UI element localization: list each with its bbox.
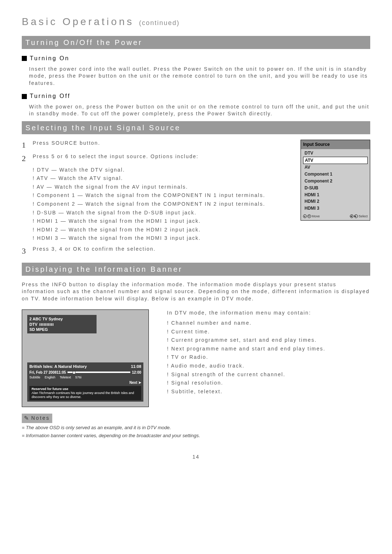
source-option-list: ! DTV — Watch the DTV signal. ! ATV — Wa… bbox=[33, 167, 286, 242]
note-2: = Information banner content varies, dep… bbox=[22, 432, 370, 439]
osd-desc: Reserved for future use Alan Titchmarsh … bbox=[29, 386, 141, 400]
input-source-osd: Input Source DTV ATV AV Component 1 Comp… bbox=[301, 140, 370, 221]
input-source-item: HDMI 1 bbox=[303, 192, 368, 198]
osd-desc2: Alan Titchmarsh continues his epic journ… bbox=[32, 391, 139, 399]
notes-heading: ✎ Notes bbox=[22, 414, 52, 423]
turning-off-label: Turning Off bbox=[30, 92, 70, 100]
osd-prog: British Isles: A Natural History bbox=[29, 364, 87, 369]
source-option: ! DTV — Watch the DTV signal. bbox=[33, 167, 286, 174]
info-bullet: ! Subtitle, teletext. bbox=[167, 388, 370, 395]
input-source-footer: ▲▼ Move ◀▶ Select bbox=[301, 213, 370, 220]
osd-eng: English bbox=[45, 376, 56, 380]
page-title: Basic Operations (continued) bbox=[22, 15, 370, 29]
osd-bottom: British Isles: A Natural History 11:08 F… bbox=[27, 362, 143, 401]
step-3: 3 Press 3, 4 or OK to confirm the select… bbox=[22, 246, 286, 257]
source-option: ! Component 1 — Watch the signal from th… bbox=[33, 192, 286, 199]
source-option: ! HDMI 1 — Watch the signal from the HDM… bbox=[33, 218, 286, 225]
move-label: Move bbox=[312, 214, 320, 219]
title-main: Basic Operations bbox=[22, 16, 134, 27]
input-source-item: D-SUB bbox=[303, 185, 368, 192]
source-option: ! D-SUB — Watch the signal from the D-SU… bbox=[33, 209, 286, 217]
osd-date: Fri, Feb 27 2008 bbox=[29, 370, 57, 375]
osd-t2: 12:00 bbox=[132, 370, 141, 375]
turning-off-text: With the power on, press the Power butto… bbox=[29, 103, 370, 118]
source-option: ! ATV — Watch the ATV signal. bbox=[33, 175, 286, 182]
square-icon bbox=[22, 94, 27, 99]
osd-dtv: DTV bbox=[29, 322, 37, 327]
info-bullet: ! Current programme set, start and end p… bbox=[167, 337, 370, 344]
input-source-item-selected: ATV bbox=[303, 157, 368, 164]
osd-channel: 2 ABC TV Sydney bbox=[29, 316, 94, 321]
step-2-text: Press 5 or 6 to select the input source.… bbox=[33, 153, 286, 164]
source-option: ! AV — Watch the signal from the AV inpu… bbox=[33, 184, 286, 191]
info-lead: In DTV mode, the information menu may co… bbox=[167, 309, 370, 317]
step-3-text: Press 3, 4 or OK to confirm the selectio… bbox=[33, 246, 286, 257]
source-option: ! Component 2 — Watch the signal from th… bbox=[33, 201, 286, 208]
osd-top: 2 ABC TV Sydney DTV SD MPEG bbox=[27, 315, 97, 333]
step-1-text: Press SOURCE button. bbox=[33, 140, 286, 151]
input-source-item: Component 2 bbox=[303, 178, 368, 185]
down-icon: ▼ bbox=[307, 214, 311, 218]
up-icon: ▲ bbox=[303, 214, 307, 218]
osd-endtime: 11:08 bbox=[131, 364, 141, 369]
notes-label: Notes bbox=[31, 415, 50, 422]
osd-mid bbox=[27, 333, 143, 362]
step-number: 2 bbox=[22, 153, 33, 164]
note-1: = The above OSD is only served as an exa… bbox=[22, 424, 370, 431]
section-info-banner: Displaying the Information Banner bbox=[22, 263, 370, 276]
left-icon: ◀ bbox=[350, 214, 354, 218]
info-bullet: ! Audio mode, audio track. bbox=[167, 362, 370, 370]
section-turning-power: Turning On/Off the Power bbox=[22, 36, 370, 49]
input-source-item: DTV bbox=[303, 150, 368, 157]
osd-sdmpeg: SD MPEG bbox=[29, 327, 94, 332]
signal-bars-icon bbox=[40, 323, 54, 326]
info-banner-osd: 2 ABC TV Sydney DTV SD MPEG British Isle… bbox=[22, 309, 149, 407]
input-source-item: AV bbox=[303, 164, 368, 171]
info-bullet: ! Current time. bbox=[167, 328, 370, 336]
step-number: 1 bbox=[22, 140, 33, 151]
square-icon bbox=[22, 56, 27, 61]
info-bullet: ! TV or Radio. bbox=[167, 354, 370, 361]
osd-t1: 11:05 bbox=[57, 370, 66, 375]
info-bullet: ! Channel number and name. bbox=[167, 320, 370, 327]
input-source-item: HDMI 2 bbox=[303, 198, 368, 205]
select-label: Select bbox=[359, 214, 368, 219]
step-1: 1 Press SOURCE button. bbox=[22, 140, 286, 151]
sub-turning-off: Turning Off bbox=[22, 92, 370, 100]
info-intro: Press the INFO button to display the inf… bbox=[22, 281, 370, 303]
step-number: 3 bbox=[22, 246, 33, 257]
write-icon: ✎ bbox=[24, 414, 30, 422]
section-input-source: Selecting the Input Signal Source bbox=[22, 121, 370, 134]
osd-desc1: Reserved for future use bbox=[32, 387, 139, 391]
osd-ttx: Teletext bbox=[60, 376, 71, 380]
osd-next: Next ➤ bbox=[29, 380, 141, 385]
osd-res: 576i bbox=[75, 376, 82, 380]
input-source-item: Component 1 bbox=[303, 171, 368, 178]
sub-turning-on: Turning On bbox=[22, 54, 370, 62]
input-source-title: Input Source bbox=[301, 140, 370, 149]
osd-sub: Subtitle bbox=[29, 376, 40, 380]
info-bullet: ! Signal resolution. bbox=[167, 379, 370, 387]
step-2: 2 Press 5 or 6 to select the input sourc… bbox=[22, 153, 286, 164]
source-option: ! HDMI 3 — Watch the signal from the HDM… bbox=[33, 235, 286, 242]
source-option: ! HDMI 2 — Watch the signal from the HDM… bbox=[33, 226, 286, 234]
turning-on-text: Insert the power cord into the wall outl… bbox=[29, 66, 370, 87]
page-number: 14 bbox=[22, 454, 370, 461]
input-source-item: HDMI 3 bbox=[303, 205, 368, 212]
turning-on-label: Turning On bbox=[30, 54, 69, 62]
title-cont: (continued) bbox=[139, 19, 180, 26]
info-bullet: ! Signal strength of the current channel… bbox=[167, 371, 370, 378]
info-bullet: ! Next programme name and start and end … bbox=[167, 345, 370, 353]
info-right: In DTV mode, the information menu may co… bbox=[167, 309, 370, 397]
progress-bar-icon bbox=[68, 372, 131, 373]
right-icon: ▶ bbox=[354, 214, 358, 218]
